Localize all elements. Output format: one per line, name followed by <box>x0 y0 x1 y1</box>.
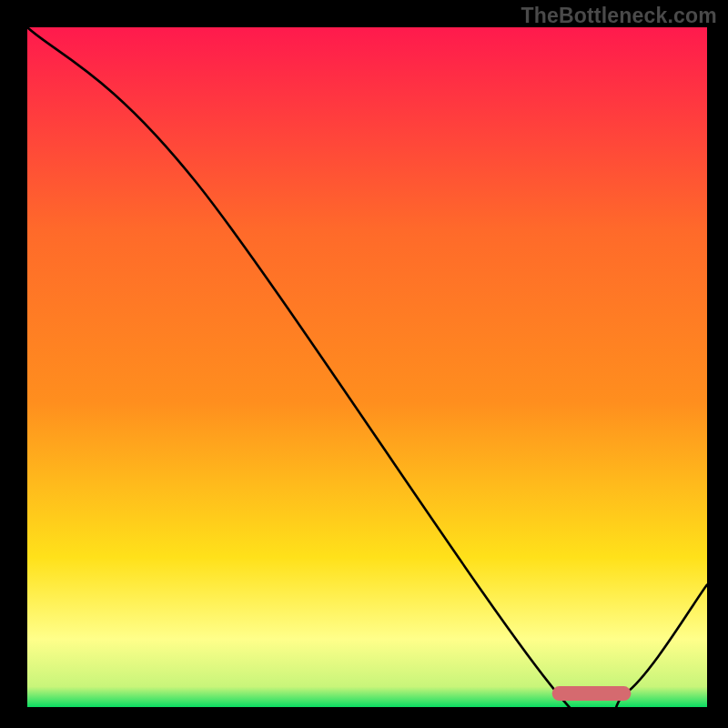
chart-container: TheBottleneck.com <box>0 0 728 728</box>
watermark-label: TheBottleneck.com <box>521 4 717 28</box>
chart-svg <box>0 0 728 728</box>
plot-background <box>27 27 707 707</box>
plateau-marker <box>552 686 632 701</box>
